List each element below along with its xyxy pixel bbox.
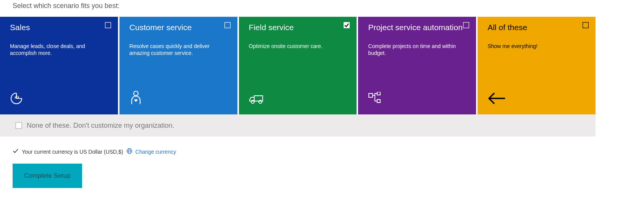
- tile-all-of-these[interactable]: All of these Show me everything!: [478, 17, 596, 114]
- tile-desc: Show me everything!: [487, 43, 575, 50]
- arrow-left-icon: [487, 92, 506, 106]
- svg-rect-12: [377, 92, 380, 95]
- globe-icon: [126, 148, 132, 155]
- checkbox-unchecked-icon[interactable]: [224, 22, 231, 28]
- pie-chart-icon: [10, 92, 23, 106]
- scenario-prompt: Select which scenario fits you best:: [13, 2, 644, 10]
- tile-title: Customer service: [129, 23, 228, 32]
- checkbox-unchecked-icon[interactable]: [15, 122, 22, 129]
- svg-rect-1: [15, 96, 16, 98]
- checkbox-unchecked-icon[interactable]: [463, 22, 469, 28]
- svg-rect-3: [18, 96, 19, 98]
- svg-rect-11: [369, 93, 373, 97]
- tile-project-service-automation[interactable]: Project service automation Complete proj…: [358, 17, 476, 114]
- scenario-tiles: Sales Manage leads, close deals, and acc…: [0, 17, 596, 114]
- complete-setup-button[interactable]: Complete Setup: [13, 164, 82, 188]
- truck-icon: [249, 93, 264, 106]
- tile-desc: Complete projects on time and within bud…: [368, 43, 456, 56]
- tile-customer-service[interactable]: Customer service Resolve cases quickly a…: [119, 17, 237, 114]
- currency-row: Your current currency is US Dollar (USD,…: [13, 148, 644, 155]
- svg-rect-13: [377, 100, 380, 103]
- currency-status: Your current currency is US Dollar (USD,…: [22, 149, 123, 155]
- svg-point-5: [134, 91, 138, 96]
- tile-title: Project service automation: [368, 23, 466, 32]
- svg-rect-6: [344, 22, 350, 28]
- tile-desc: Optimize onsite customer care.: [249, 43, 337, 50]
- svg-rect-0: [105, 23, 111, 28]
- change-currency-link[interactable]: Change currency: [136, 149, 176, 155]
- person-heart-icon: [129, 90, 142, 106]
- hierarchy-icon: [368, 92, 383, 106]
- svg-rect-10: [463, 23, 469, 28]
- none-of-these-row[interactable]: None of these. Don't customize my organi…: [0, 114, 596, 137]
- checkbox-checked-icon[interactable]: [344, 22, 350, 28]
- tile-title: Sales: [10, 23, 108, 32]
- tile-title: Field service: [249, 23, 347, 32]
- tile-field-service[interactable]: Field service Optimize onsite customer c…: [239, 17, 357, 114]
- tile-sales[interactable]: Sales Manage leads, close deals, and acc…: [0, 17, 118, 114]
- checkbox-unchecked-icon[interactable]: [105, 22, 111, 28]
- tile-title: All of these: [487, 23, 586, 32]
- none-of-these-label: None of these. Don't customize my organi…: [27, 122, 174, 130]
- tile-desc: Resolve cases quickly and deliver amazin…: [129, 43, 217, 56]
- tile-desc: Manage leads, close deals, and accomplis…: [10, 43, 98, 56]
- checkbox-unchecked-icon[interactable]: [583, 22, 589, 28]
- svg-rect-2: [16, 95, 17, 98]
- svg-rect-14: [583, 23, 588, 28]
- check-icon: [13, 148, 19, 155]
- svg-rect-4: [224, 23, 230, 28]
